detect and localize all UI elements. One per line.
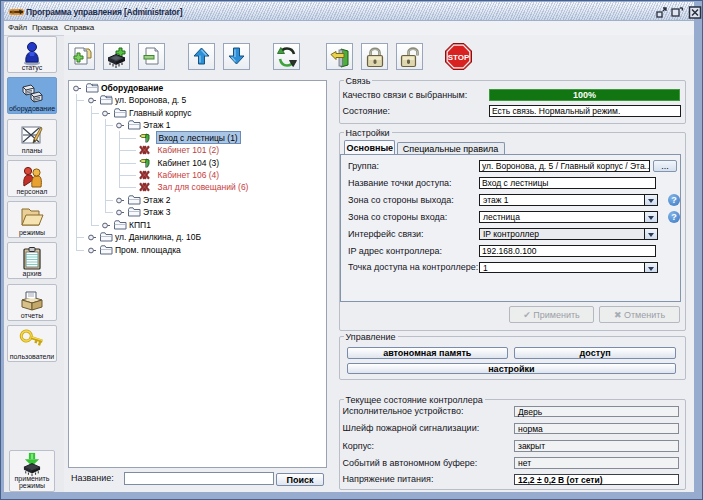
svg-text:STOP: STOP	[448, 53, 470, 62]
